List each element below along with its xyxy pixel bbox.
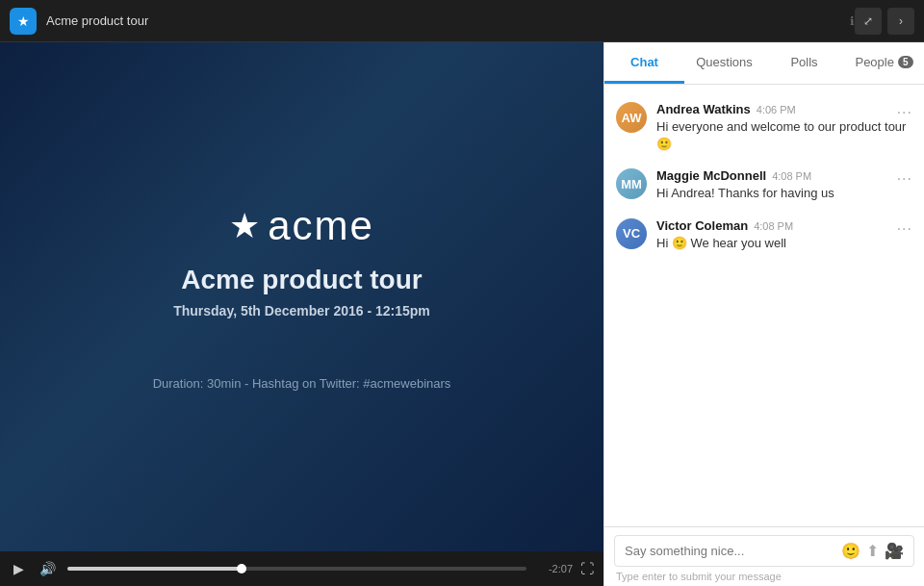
message-time: 4:06 PM <box>757 104 796 115</box>
message-text: Hi 🙂 We hear you well <box>656 235 912 252</box>
avatar: AW <box>616 102 647 133</box>
emoji-icon[interactable]: 🙂 <box>841 542 860 560</box>
chat-hint: Type enter to submit your message <box>614 571 914 582</box>
chat-message: VC Victor Coleman 4:08 PM Hi 🙂 We hear y… <box>604 211 924 260</box>
progress-thumb <box>237 564 246 573</box>
tab-polls-label: Polls <box>790 55 817 69</box>
tab-questions[interactable]: Questions <box>684 42 764 84</box>
tab-people-label: People <box>855 55 893 69</box>
tab-polls[interactable]: Polls <box>764 42 844 84</box>
message-time: 4:08 PM <box>754 220 793 232</box>
next-button[interactable]: › <box>887 8 914 35</box>
chat-input[interactable] <box>625 544 841 558</box>
app-logo: ★ <box>10 8 37 35</box>
video-panel: ★ acme Acme product tour Thursday, 5th D… <box>0 42 603 586</box>
video-logo: ★ acme <box>153 203 451 249</box>
people-badge: 5 <box>898 56 913 68</box>
message-more-button[interactable]: ··· <box>897 104 912 121</box>
message-text: Hi Andrea! Thanks for having us <box>656 185 912 202</box>
message-name: Maggie McDonnell <box>656 168 766 183</box>
avatar: MM <box>616 168 647 199</box>
video-content: ★ acme Acme product tour Thursday, 5th D… <box>0 42 603 551</box>
message-header: Maggie McDonnell 4:08 PM <box>656 168 912 183</box>
time-display: -2:07 <box>534 563 573 574</box>
video-center: ★ acme Acme product tour Thursday, 5th D… <box>153 203 451 391</box>
tab-people[interactable]: People 5 <box>844 42 924 84</box>
message-more-button[interactable]: ··· <box>897 170 912 188</box>
main-content: ★ acme Acme product tour Thursday, 5th D… <box>0 42 924 586</box>
chat-input-row: 🙂 ⬆ 🎥 <box>614 535 914 567</box>
progress-fill <box>67 567 242 571</box>
fullscreen-button[interactable]: ⛶ <box>580 561 594 576</box>
message-name: Victor Coleman <box>656 218 748 233</box>
chat-message: MM Maggie McDonnell 4:08 PM Hi Andrea! T… <box>604 161 924 210</box>
video-controls: ▶ 🔊 -2:07 ⛶ <box>0 551 603 586</box>
message-time: 4:08 PM <box>772 170 811 182</box>
message-more-button[interactable]: ··· <box>897 220 912 238</box>
video-footer: Duration: 30min - Hashtag on Twitter: #a… <box>153 376 451 391</box>
chat-panel: Chat Questions Polls People 5 AW Andrea … <box>603 42 924 586</box>
app-header: ★ Acme product tour ℹ ⤢ › <box>0 0 924 42</box>
header-controls: ⤢ › <box>855 8 914 35</box>
tab-chat[interactable]: Chat <box>604 42 684 84</box>
progress-bar[interactable] <box>67 567 526 571</box>
page-title: Acme product tour <box>46 13 845 28</box>
message-text: Hi everyone and welcome to our product t… <box>656 118 912 153</box>
message-body: Andrea Watkins 4:06 PM Hi everyone and w… <box>656 102 912 153</box>
tab-questions-label: Questions <box>696 55 753 69</box>
chat-messages: AW Andrea Watkins 4:06 PM Hi everyone an… <box>604 85 924 526</box>
message-body: Maggie McDonnell 4:08 PM Hi Andrea! Than… <box>656 168 912 202</box>
expand-button[interactable]: ⤢ <box>855 8 882 35</box>
avatar: VC <box>616 218 647 249</box>
chat-input-icons: 🙂 ⬆ 🎥 <box>841 542 904 560</box>
logo-text: acme <box>268 203 374 249</box>
message-name: Andrea Watkins <box>656 102 751 116</box>
attachment-icon[interactable]: ⬆ <box>866 542 879 560</box>
play-button[interactable]: ▶ <box>10 559 28 578</box>
tab-chat-label: Chat <box>630 55 658 69</box>
chat-input-area: 🙂 ⬆ 🎥 Type enter to submit your message <box>604 526 924 586</box>
message-body: Victor Coleman 4:08 PM Hi 🙂 We hear you … <box>656 218 912 252</box>
logo-star: ★ <box>229 206 260 246</box>
message-header: Andrea Watkins 4:06 PM <box>656 102 912 116</box>
volume-button[interactable]: 🔊 <box>36 559 60 578</box>
message-header: Victor Coleman 4:08 PM <box>656 218 912 233</box>
camera-icon[interactable]: 🎥 <box>885 542 904 560</box>
chat-tabs: Chat Questions Polls People 5 <box>604 42 924 85</box>
video-subtitle: Thursday, 5th December 2016 - 12:15pm <box>153 303 451 318</box>
chat-message: AW Andrea Watkins 4:06 PM Hi everyone an… <box>604 94 924 161</box>
video-title: Acme product tour <box>153 265 451 295</box>
